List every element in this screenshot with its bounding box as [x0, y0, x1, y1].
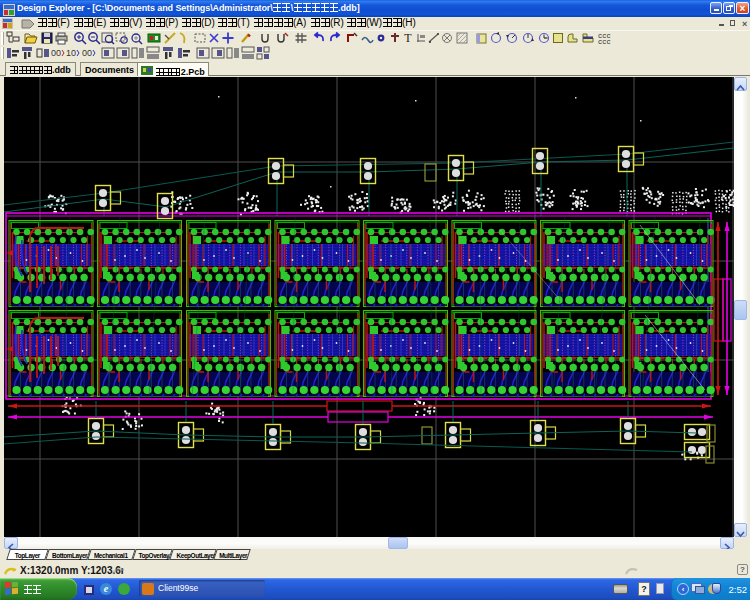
svg-text:00: 00 — [82, 48, 92, 58]
svg-text:ccc: ccc — [598, 38, 611, 45]
svg-text:T: T — [404, 31, 412, 45]
svg-text:10: 10 — [66, 48, 76, 58]
svg-text:00: 00 — [51, 48, 61, 58]
